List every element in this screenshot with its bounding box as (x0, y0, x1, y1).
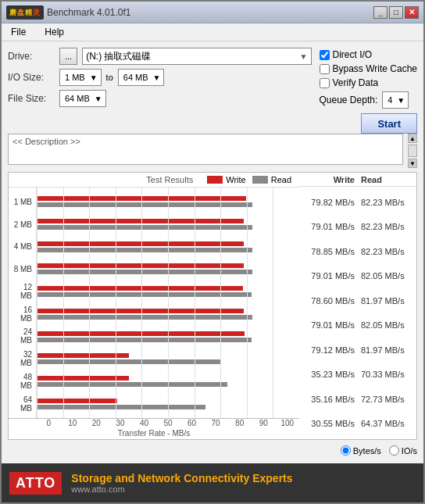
grid-line (141, 188, 142, 418)
value-row: 78.85 MB/s82.23 MB/s (299, 245, 416, 259)
display-mode-group: Bytes/s IO/s (341, 445, 417, 456)
menu-file[interactable]: File (6, 25, 30, 39)
write-value: 78.60 MB/s (304, 296, 355, 306)
io-size-end-value: 64 MB (120, 73, 152, 82)
value-row: 35.16 MB/s72.73 MB/s (299, 392, 416, 406)
start-button[interactable]: Start (361, 113, 417, 134)
write-bar (37, 399, 117, 403)
x-tick: 10 (61, 419, 85, 427)
row-label: 48 MB (10, 374, 34, 388)
x-tick: 100 (275, 419, 299, 427)
verify-data-label[interactable]: Verify Data (333, 77, 379, 88)
read-bar (37, 405, 205, 409)
direct-io-row: Direct I/O (320, 49, 373, 60)
read-value: 82.05 MB/s (361, 320, 412, 330)
row-label: 16 MB (10, 307, 34, 321)
bytes-label[interactable]: Bytes/s (353, 446, 381, 456)
read-value: 72.73 MB/s (361, 395, 412, 404)
scroll-thumb[interactable] (408, 145, 417, 157)
write-value: 79.01 MB/s (304, 271, 355, 281)
close-button[interactable]: ✕ (405, 6, 419, 19)
read-legend-label: Read (271, 175, 291, 184)
queue-depth-select[interactable]: 4 ▼ (382, 91, 409, 109)
file-size-label: File Size: (8, 93, 55, 104)
bypass-write-cache-label[interactable]: Bypass Write Cache (333, 63, 418, 74)
write-value: 79.01 MB/s (304, 320, 355, 330)
chart-title: Test Results (146, 175, 193, 184)
window-controls: _ □ ✕ (373, 6, 419, 19)
minimize-button[interactable]: _ (373, 6, 388, 19)
io-size-start-select[interactable]: 1 MB ▼ (59, 69, 102, 86)
grid-line (195, 188, 195, 418)
atto-banner: ATTO Storage and Network Connectivity Ex… (2, 463, 423, 502)
row-label: 2 MB (10, 217, 34, 231)
value-row: 79.01 MB/s82.05 MB/s (299, 318, 416, 332)
queue-depth-arrow-icon: ▼ (395, 96, 406, 105)
col-write-header: Write (304, 175, 355, 184)
right-controls: Direct I/O Bypass Write Cache Verify Dat… (320, 48, 418, 134)
direct-io-checkbox[interactable] (320, 50, 330, 60)
io-size-end-arrow-icon: ▼ (152, 73, 162, 82)
read-bar (37, 338, 252, 342)
bottom-row: Bytes/s IO/s (8, 444, 417, 457)
bytes-radio[interactable] (341, 445, 351, 456)
io-size-start-value: 1 MB (62, 73, 88, 82)
scroll-up-icon[interactable]: ▲ (408, 134, 417, 143)
grid-line (168, 188, 169, 418)
value-row: 78.60 MB/s81.97 MB/s (299, 294, 416, 308)
chart-area: Test Results Write Read 1 MB2 MB (8, 172, 417, 440)
read-value: 82.23 MB/s (361, 222, 412, 231)
write-legend-label: Write (226, 175, 245, 184)
grid-line (37, 188, 38, 418)
grid-line (220, 188, 221, 418)
file-size-select[interactable]: 64 MB ▼ (59, 90, 106, 107)
maximize-button[interactable]: □ (389, 6, 403, 19)
file-size-arrow-icon: ▼ (93, 95, 104, 103)
row-label: 12 MB (10, 284, 34, 298)
io-size-end-select[interactable]: 64 MB ▼ (118, 69, 165, 86)
bypass-write-cache-checkbox[interactable] (320, 64, 330, 74)
read-value: 82.23 MB/s (361, 198, 412, 207)
io-radio[interactable] (389, 445, 399, 456)
value-row: 79.12 MB/s81.97 MB/s (299, 343, 416, 357)
io-size-label: I/O Size: (8, 72, 55, 83)
write-bar (37, 241, 244, 246)
direct-io-label[interactable]: Direct I/O (333, 49, 373, 60)
menu-help[interactable]: Help (40, 25, 69, 39)
row-label: 64 MB (10, 397, 34, 411)
left-controls: Drive: ... (N:) 抽取式磁碟 ▼ I/O Size: 1 MB ▼… (8, 48, 312, 134)
x-tick: 0 (37, 419, 61, 427)
value-row: 79.01 MB/s82.23 MB/s (299, 220, 416, 234)
x-tick: 60 (180, 419, 204, 427)
x-axis-ticks-row: 0102030405060708090100 (9, 418, 299, 427)
chart-left: Test Results Write Read 1 MB2 MB (9, 173, 299, 439)
chart-values-panel: Write Read 79.82 MB/s82.23 MB/s79.01 MB/… (299, 173, 416, 439)
x-tick: 80 (227, 419, 252, 427)
io-label[interactable]: IO/s (402, 446, 417, 456)
drive-selector[interactable]: (N:) 抽取式磁碟 ▼ (82, 48, 311, 65)
queue-depth-value: 4 (384, 95, 395, 105)
read-legend: Read (252, 175, 291, 184)
col-read-header: Read (361, 175, 412, 184)
x-tick: 30 (109, 419, 133, 427)
read-value: 82.05 MB/s (361, 271, 412, 281)
io-size-row: I/O Size: 1 MB ▼ to 64 MB ▼ (8, 69, 312, 86)
read-value: 70.33 MB/s (361, 370, 412, 379)
verify-data-checkbox[interactable] (320, 78, 330, 88)
write-value: 35.16 MB/s (304, 395, 355, 404)
menu-bar: File Help (2, 23, 423, 41)
scroll-down-icon[interactable]: ▼ (408, 159, 417, 168)
desc-scrollbar: ▲ ▼ (408, 134, 417, 168)
row-label: 24 MB (10, 329, 34, 343)
row-label: 8 MB (10, 262, 34, 276)
chart-bars-container: 1 MB2 MB4 MB8 MB12 MB16 MB24 MB32 MB48 M… (9, 188, 299, 418)
grid-line (116, 188, 116, 418)
top-controls: Drive: ... (N:) 抽取式磁碟 ▼ I/O Size: 1 MB ▼… (8, 48, 417, 134)
value-row: 79.01 MB/s82.05 MB/s (299, 269, 416, 283)
chart-values-header: Write Read (299, 173, 416, 187)
description-box[interactable]: << Description >> (8, 134, 403, 165)
browse-button[interactable]: ... (59, 48, 77, 65)
x-tick: 40 (132, 419, 156, 427)
atto-text: Storage and Network Connectivity Experts… (71, 472, 292, 494)
atto-logo: ATTO (9, 472, 62, 495)
